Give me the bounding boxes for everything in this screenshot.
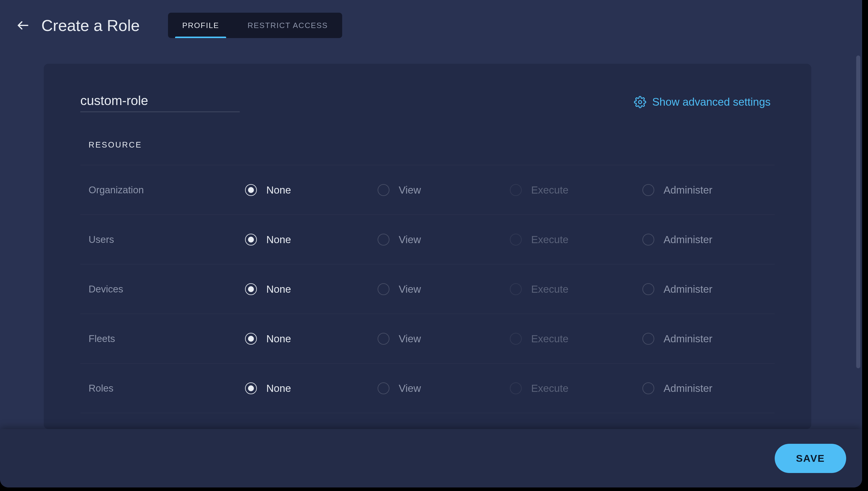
card-header: Show advanced settings [80,92,775,112]
tab-profile[interactable]: PROFILE [168,13,233,38]
radio-indicator [510,333,522,345]
role-card: Show advanced settings RESOURCE Organiza… [44,64,811,429]
radio-indicator [245,333,257,345]
radio-indicator [642,234,654,246]
radio-label: None [266,382,291,394]
advanced-settings-label: Show advanced settings [652,96,771,108]
radio-indicator [377,234,389,246]
radio-view[interactable]: View [377,234,510,246]
radio-label: Execute [531,234,568,246]
radio-none[interactable]: None [245,333,377,345]
radio-label: None [266,234,291,246]
app-window: Create a Role PROFILE RESTRICT ACCESS Sh… [0,0,862,488]
radio-label: View [399,333,421,345]
radio-view[interactable]: View [377,184,510,196]
radio-execute: Execute [510,283,642,295]
radio-none[interactable]: None [245,283,377,295]
radio-view[interactable]: View [377,382,510,394]
radio-execute: Execute [510,234,642,246]
radio-label: None [266,184,291,196]
table-row: DevicesNoneViewExecuteAdminister [80,264,775,314]
radio-indicator [377,333,389,345]
save-button-label: SAVE [796,453,825,464]
gear-icon [634,96,646,108]
resource-label: Roles [89,383,245,394]
radio-label: Administer [664,283,712,295]
tab-group: PROFILE RESTRICT ACCESS [168,13,342,38]
tab-restrict-access[interactable]: RESTRICT ACCESS [233,13,342,38]
radio-none[interactable]: None [245,382,377,394]
radio-indicator [245,234,257,246]
save-button[interactable]: SAVE [775,444,846,473]
header-bar: Create a Role PROFILE RESTRICT ACCESS [0,0,862,51]
radio-administer[interactable]: Administer [642,333,775,345]
permissions-table: RESOURCE OrganizationNoneViewExecuteAdmi… [80,140,775,413]
radio-indicator [510,283,522,295]
radio-label: Administer [664,184,712,196]
table-header: RESOURCE [80,140,775,165]
resource-label: Users [89,234,245,245]
radio-administer[interactable]: Administer [642,283,775,295]
back-button[interactable] [14,17,32,34]
resource-label: Devices [89,284,245,295]
radio-indicator [510,234,522,246]
radio-administer[interactable]: Administer [642,184,775,196]
radio-indicator [510,382,522,394]
radio-none[interactable]: None [245,184,377,196]
radio-label: Execute [531,333,568,345]
radio-execute: Execute [510,333,642,345]
svg-point-1 [639,100,642,104]
radio-label: None [266,333,291,345]
radio-administer[interactable]: Administer [642,234,775,246]
radio-indicator [642,283,654,295]
role-name-input[interactable] [80,92,240,112]
radio-indicator [377,184,389,196]
radio-indicator [377,382,389,394]
table-row: OrganizationNoneViewExecuteAdminister [80,165,775,215]
radio-indicator [510,184,522,196]
radio-label: Execute [531,382,568,394]
page-title: Create a Role [41,16,140,34]
footer-bar: SAVE [0,429,862,488]
radio-label: Administer [664,234,712,246]
radio-label: View [399,283,421,295]
radio-label: None [266,283,291,295]
radio-label: View [399,184,421,196]
table-row: UsersNoneViewExecuteAdminister [80,215,775,264]
resource-label: Fleets [89,333,245,344]
radio-label: View [399,382,421,394]
radio-label: Administer [664,382,712,394]
column-header-resource: RESOURCE [89,140,245,150]
arrow-left-icon [16,18,30,32]
radio-indicator [245,184,257,196]
tab-label: RESTRICT ACCESS [247,21,328,30]
radio-view[interactable]: View [377,283,510,295]
radio-indicator [642,184,654,196]
table-row: RolesNoneViewExecuteAdminister [80,364,775,413]
radio-view[interactable]: View [377,333,510,345]
table-row: FleetsNoneViewExecuteAdminister [80,314,775,364]
radio-execute: Execute [510,184,642,196]
radio-administer[interactable]: Administer [642,382,775,394]
radio-none[interactable]: None [245,234,377,246]
radio-label: Administer [664,333,712,345]
radio-indicator [245,382,257,394]
resource-label: Organization [89,184,245,196]
radio-indicator [377,283,389,295]
radio-label: View [399,234,421,246]
scrollbar-thumb[interactable] [856,55,860,368]
radio-execute: Execute [510,382,642,394]
tab-label: PROFILE [182,21,219,30]
radio-label: Execute [531,283,568,295]
radio-indicator [245,283,257,295]
radio-label: Execute [531,184,568,196]
body: Show advanced settings RESOURCE Organiza… [0,51,862,429]
radio-indicator [642,382,654,394]
radio-indicator [642,333,654,345]
show-advanced-settings-link[interactable]: Show advanced settings [634,96,775,108]
